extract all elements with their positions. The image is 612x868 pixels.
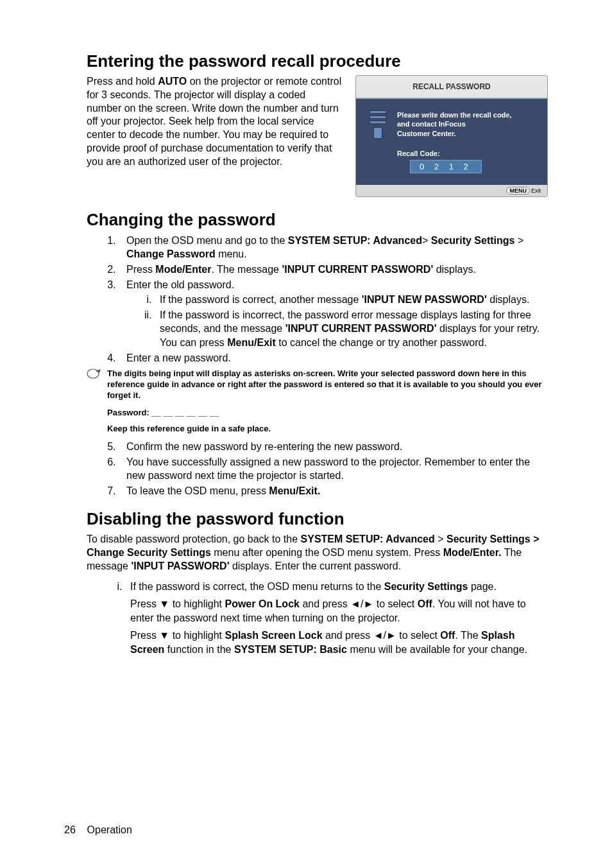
right-arrow-icon: ►	[386, 630, 396, 641]
s2-item3i: If the password is correct, another mess…	[155, 293, 548, 307]
s2-item3ii: If the password is incorrect, the passwo…	[155, 308, 548, 350]
s2-item6: You have successfully assigned a new pas…	[119, 455, 548, 483]
section1-title: Entering the password recall procedure	[87, 51, 548, 71]
s2-item1: Open the OSD menu and go to the SYSTEM S…	[119, 234, 548, 261]
s2-item7: To leave the OSD menu, press Menu/Exit.	[119, 484, 548, 498]
section1-intro: Press and hold AUTO on the projector or …	[87, 75, 343, 197]
s2-item4: Enter a new password.	[119, 351, 548, 365]
projector-icon	[365, 110, 391, 173]
recall-msg3: Customer Center.	[397, 129, 512, 138]
page-number: 26	[64, 824, 76, 835]
s2-item2: Press Mode/Enter. The message 'INPUT CUR…	[119, 263, 548, 277]
menu-badge: MENU	[506, 187, 530, 195]
down-arrow-icon: ▼	[159, 630, 169, 641]
note-icon	[87, 369, 102, 379]
recall-msg2: and contact InFocus	[397, 119, 512, 128]
password-blank: Password: __ __ __ __ __ __	[107, 408, 548, 417]
right-arrow-icon: ►	[363, 598, 373, 609]
page-footer: 26 Operation	[64, 824, 132, 836]
svg-point-0	[87, 369, 99, 378]
left-arrow-icon: ◄	[373, 630, 384, 641]
note-text: The digits being input will display as a…	[107, 369, 548, 401]
section2-title: Changing the password	[87, 210, 548, 230]
s2-item3: Enter the old password. If the password …	[119, 278, 548, 350]
recall-password-box: RECALL PASSWORD Please write down the re…	[355, 75, 548, 197]
footer-label: Operation	[87, 824, 132, 835]
recall-header: RECALL PASSWORD	[356, 76, 547, 99]
recall-code-label: Recall Code:	[397, 150, 512, 157]
recall-code-value: 0 2 1 2	[410, 160, 482, 173]
keep-safe: Keep this reference guide in a safe plac…	[107, 424, 548, 433]
s3-p1: To disable password protection, go back …	[87, 533, 548, 573]
left-arrow-icon: ◄	[350, 598, 361, 609]
s2-item5: Confirm the new password by re-entering …	[119, 440, 548, 454]
s3-i: If the password is correct, the OSD menu…	[125, 580, 548, 657]
recall-msg1: Please write down the recall code,	[397, 110, 512, 119]
section3-title: Disabling the password function	[87, 509, 548, 529]
down-arrow-icon: ▼	[159, 598, 169, 609]
recall-footer: MENUExit	[356, 185, 547, 196]
